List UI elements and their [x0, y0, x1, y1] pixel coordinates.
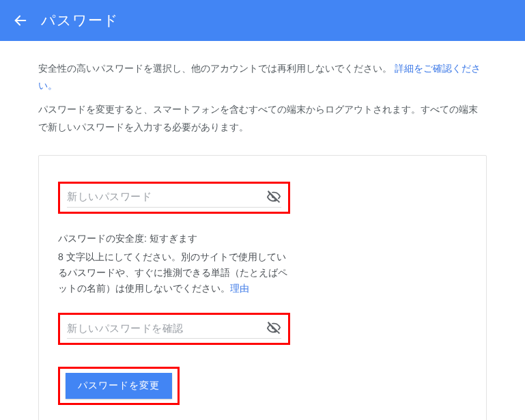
- strength-block: パスワードの安全度: 短すぎます 8 文字以上にしてください。別のサイトで使用し…: [58, 233, 290, 296]
- intro-pre: 安全性の高いパスワードを選択し、他のアカウントでは再利用しないでください。: [38, 63, 392, 74]
- confirm-password-highlight: [58, 313, 290, 345]
- strength-label: パスワードの安全度: 短すぎます: [58, 233, 290, 245]
- reason-link[interactable]: 理由: [230, 283, 249, 294]
- back-arrow-icon[interactable]: [12, 12, 29, 29]
- new-password-row: [67, 189, 281, 208]
- strength-help: 8 文字以上にしてください。別のサイトで使用しているパスワードや、すぐに推測でき…: [58, 249, 290, 296]
- header-bar: パスワード: [0, 0, 525, 41]
- visibility-off-icon[interactable]: [266, 189, 281, 204]
- confirm-password-row: [67, 320, 281, 339]
- strength-help-text: 8 文字以上にしてください。別のサイトで使用しているパスワードや、すぐに推測でき…: [58, 251, 287, 294]
- intro-text-1: 安全性の高いパスワードを選択し、他のアカウントでは再利用しないでください。 詳細…: [38, 60, 487, 94]
- new-password-highlight: [58, 182, 290, 214]
- page-title: パスワード: [41, 11, 119, 30]
- confirm-password-input[interactable]: [67, 322, 266, 334]
- intro-text-2: パスワードを変更すると、スマートフォンを含むすべての端末からログアウトされます。…: [38, 101, 487, 135]
- password-card: パスワードの安全度: 短すぎます 8 文字以上にしてください。別のサイトで使用し…: [38, 155, 487, 420]
- submit-highlight: パスワードを変更: [58, 367, 180, 405]
- content-area: 安全性の高いパスワードを選択し、他のアカウントでは再利用しないでください。 詳細…: [0, 41, 525, 420]
- change-password-button[interactable]: パスワードを変更: [66, 373, 172, 399]
- visibility-off-icon[interactable]: [266, 320, 281, 335]
- new-password-input[interactable]: [67, 191, 266, 202]
